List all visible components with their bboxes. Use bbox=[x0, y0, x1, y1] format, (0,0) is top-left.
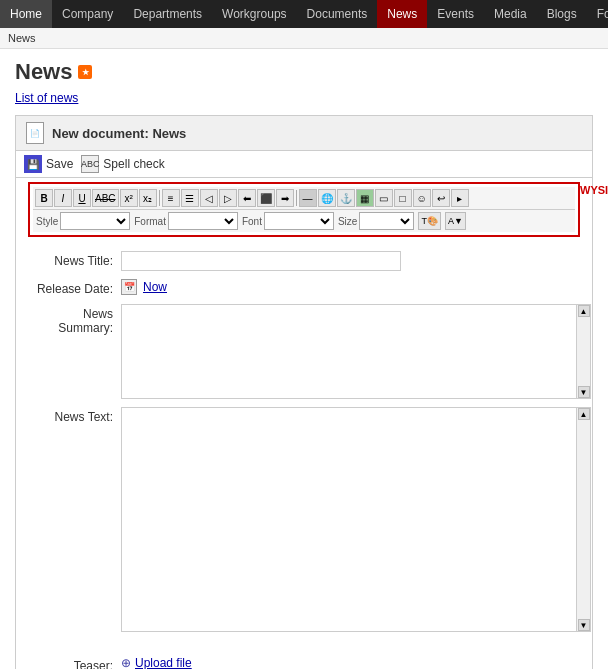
align-center-button[interactable]: ⬛ bbox=[257, 189, 275, 207]
news-summary-row: News Summary: ▲ ▼ bbox=[31, 304, 577, 399]
text-color-button[interactable]: T🎨 bbox=[418, 212, 441, 230]
style-select[interactable] bbox=[60, 212, 130, 230]
more-button[interactable]: ▸ bbox=[451, 189, 469, 207]
bottom-section: Teaser: ⊕ Upload file Publish from: 📅 No… bbox=[16, 650, 592, 669]
insert-hr-button[interactable]: — bbox=[299, 189, 317, 207]
insert-link-button[interactable]: 🌐 bbox=[318, 189, 336, 207]
news-summary-container: ▲ ▼ bbox=[121, 304, 591, 399]
release-date-area: 📅 Now bbox=[121, 279, 577, 295]
news-text-control: ▲ ▼ bbox=[121, 407, 591, 632]
news-title-control bbox=[121, 251, 577, 271]
nav-blogs[interactable]: Blogs bbox=[537, 0, 587, 28]
insert-image-button[interactable]: ▦ bbox=[356, 189, 374, 207]
news-summary-label: News Summary: bbox=[31, 304, 121, 335]
news-text-scroll-down[interactable]: ▼ bbox=[578, 619, 590, 631]
news-summary-textarea[interactable] bbox=[122, 305, 590, 398]
highlight-button[interactable]: A▼ bbox=[445, 212, 466, 230]
wysiwyg-editor: WYSIWYG editor B I U ABC x² x₂ ≡ ☰ ◁ ▷ ⬅… bbox=[28, 182, 580, 237]
release-date-label: Release Date: bbox=[31, 279, 121, 296]
page-title-area: News ★ bbox=[15, 59, 593, 85]
nav-company[interactable]: Company bbox=[52, 0, 123, 28]
upload-area: ⊕ Upload file bbox=[121, 656, 577, 669]
news-summary-control: ▲ ▼ bbox=[121, 304, 591, 399]
format-select[interactable] bbox=[168, 212, 238, 230]
ordered-list-button[interactable]: ☰ bbox=[181, 189, 199, 207]
underline-button[interactable]: U bbox=[73, 189, 91, 207]
doc-title: New document: News bbox=[52, 126, 186, 141]
insert-anchor-button[interactable]: ⚓ bbox=[337, 189, 355, 207]
align-left-button[interactable]: ⬅ bbox=[238, 189, 256, 207]
news-text-row: News Text: ▲ ▼ bbox=[31, 407, 577, 632]
toolbar-separator-1 bbox=[159, 190, 160, 206]
list-of-news-link[interactable]: List of news bbox=[15, 91, 593, 105]
wysiwyg-wrapper: WYSIWYG editor B I U ABC x² x₂ ≡ ☰ ◁ ▷ ⬅… bbox=[22, 182, 586, 237]
news-text-textarea[interactable] bbox=[122, 408, 590, 631]
spellcheck-button[interactable]: ABC Spell check bbox=[81, 155, 164, 173]
bold-button[interactable]: B bbox=[35, 189, 53, 207]
style-select-group: Style bbox=[36, 212, 130, 230]
spellcheck-label: Spell check bbox=[103, 157, 164, 171]
upload-link[interactable]: Upload file bbox=[135, 656, 192, 669]
wysiwyg-selects: Style Format Font Size T� bbox=[33, 210, 575, 232]
news-summary-scrollbar: ▲ ▼ bbox=[576, 305, 590, 398]
breadcrumb-text: News bbox=[8, 32, 36, 44]
form-area: News Title: Release Date: 📅 Now News Sum… bbox=[16, 241, 592, 650]
news-title-label: News Title: bbox=[31, 251, 121, 268]
doc-header: 📄 New document: News bbox=[16, 116, 592, 151]
nav-home[interactable]: Home bbox=[0, 0, 52, 28]
rss-icon[interactable]: ★ bbox=[78, 65, 92, 79]
insert-table-button[interactable]: ▭ bbox=[375, 189, 393, 207]
style-label: Style bbox=[36, 216, 58, 227]
align-right-button[interactable]: ➡ bbox=[276, 189, 294, 207]
nav-events[interactable]: Events bbox=[427, 0, 484, 28]
news-text-scrollbar: ▲ ▼ bbox=[576, 408, 590, 631]
nav-forums[interactable]: Forums bbox=[587, 0, 608, 28]
upload-icon: ⊕ bbox=[121, 656, 131, 669]
outdent-button[interactable]: ◁ bbox=[200, 189, 218, 207]
size-select[interactable] bbox=[359, 212, 414, 230]
format-label: Format bbox=[134, 216, 166, 227]
subscript-button[interactable]: x₂ bbox=[139, 189, 157, 207]
teaser-label: Teaser: bbox=[31, 656, 121, 669]
scroll-up-arrow[interactable]: ▲ bbox=[578, 305, 590, 317]
release-date-control: 📅 Now bbox=[121, 279, 577, 295]
wysiwyg-toolbar: B I U ABC x² x₂ ≡ ☰ ◁ ▷ ⬅ ⬛ ➡ — 🌐 bbox=[33, 187, 575, 210]
undo-button[interactable]: ↩ bbox=[432, 189, 450, 207]
nav-news[interactable]: News bbox=[377, 0, 427, 28]
breadcrumb: News bbox=[0, 28, 608, 49]
nav-media[interactable]: Media bbox=[484, 0, 537, 28]
indent-button[interactable]: ▷ bbox=[219, 189, 237, 207]
nav-documents[interactable]: Documents bbox=[297, 0, 378, 28]
top-navigation: Home Company Departments Workgroups Docu… bbox=[0, 0, 608, 28]
font-label: Font bbox=[242, 216, 262, 227]
release-date-now-link[interactable]: Now bbox=[143, 280, 167, 294]
teaser-row: Teaser: ⊕ Upload file bbox=[31, 656, 577, 669]
format-select-group: Format bbox=[134, 212, 238, 230]
spellcheck-icon: ABC bbox=[81, 155, 99, 173]
save-button[interactable]: 💾 Save bbox=[24, 155, 73, 173]
nav-departments[interactable]: Departments bbox=[123, 0, 212, 28]
emoticon-button[interactable]: ☺ bbox=[413, 189, 431, 207]
news-title-input[interactable] bbox=[121, 251, 401, 271]
unordered-list-button[interactable]: ≡ bbox=[162, 189, 180, 207]
page-title: News bbox=[15, 59, 72, 85]
release-date-calendar-icon[interactable]: 📅 bbox=[121, 279, 137, 295]
save-label: Save bbox=[46, 157, 73, 171]
document-panel: 📄 New document: News 💾 Save ABC Spell ch… bbox=[15, 115, 593, 669]
toolbar-separator-2 bbox=[296, 190, 297, 206]
news-text-container: ▲ ▼ bbox=[121, 407, 591, 632]
insert-box-button[interactable]: □ bbox=[394, 189, 412, 207]
italic-button[interactable]: I bbox=[54, 189, 72, 207]
toolbar-row: 💾 Save ABC Spell check bbox=[16, 151, 592, 178]
strikethrough-button[interactable]: ABC bbox=[92, 189, 119, 207]
font-select-group: Font bbox=[242, 212, 334, 230]
nav-workgroups[interactable]: Workgroups bbox=[212, 0, 296, 28]
superscript-button[interactable]: x² bbox=[120, 189, 138, 207]
size-label: Size bbox=[338, 216, 357, 227]
scroll-down-arrow[interactable]: ▼ bbox=[578, 386, 590, 398]
news-text-scroll-up[interactable]: ▲ bbox=[578, 408, 590, 420]
news-title-row: News Title: bbox=[31, 251, 577, 271]
save-icon: 💾 bbox=[24, 155, 42, 173]
main-content: News ★ List of news 📄 New document: News… bbox=[0, 49, 608, 669]
font-select[interactable] bbox=[264, 212, 334, 230]
